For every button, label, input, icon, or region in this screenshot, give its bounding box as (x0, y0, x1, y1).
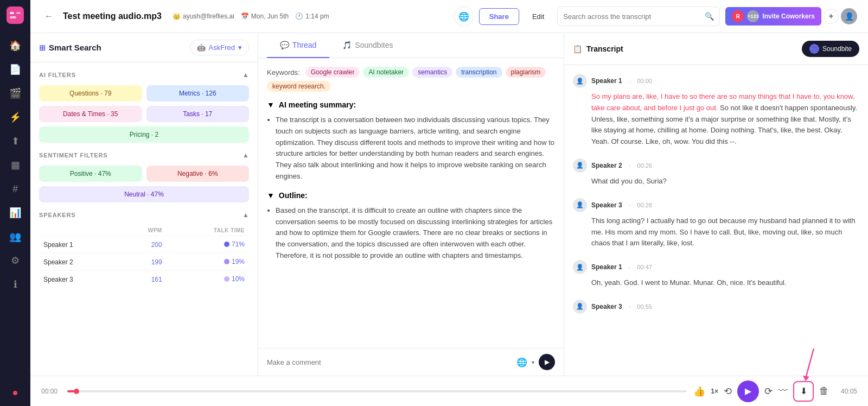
sentiment-filters-chevron[interactable]: ▲ (242, 151, 249, 159)
nav-dot (13, 391, 17, 395)
comment-globe-icon[interactable]: 🌐 (516, 357, 527, 367)
transcript-text-1: So my plans are, like, I have to so ther… (573, 91, 859, 148)
speed-button[interactable]: 1× (711, 388, 718, 395)
speaker1-wpm: 200 (119, 236, 166, 253)
back-button[interactable]: ← (41, 9, 56, 24)
total-time-label: 40:05 (835, 388, 857, 395)
soundbites-icon: 🎵 (342, 41, 352, 49)
filter-questions[interactable]: Questions · 79 (39, 85, 142, 101)
crown-icon: 👑 (173, 12, 181, 20)
nav-video[interactable]: 🎬 (4, 83, 26, 104)
header: ← Test meeting audio.mp3 👑 ayush@firefli… (30, 0, 868, 33)
thread-icon: 💬 (280, 41, 289, 49)
progress-bar[interactable] (67, 390, 687, 392)
share-button[interactable]: Share (479, 8, 519, 25)
tab-bar: 💬 Thread 🎵 Soundbites (258, 33, 564, 58)
comment-input[interactable] (267, 358, 512, 366)
filter-metrics[interactable]: Metrics · 126 (146, 85, 250, 101)
nav-hashtag[interactable]: # (4, 178, 26, 200)
rewind-button[interactable]: ⟲ (724, 385, 732, 397)
play-button[interactable]: ▶ (737, 380, 759, 402)
app-logo[interactable] (7, 7, 24, 24)
thumbs-up-button[interactable]: 👍 (693, 385, 705, 397)
ai-summary-title: AI meeting summary: (279, 100, 356, 109)
nav-lightning[interactable]: ⚡ (4, 106, 26, 128)
tab-thread[interactable]: 💬 Thread (267, 33, 329, 58)
keywords-label: Keywords: (267, 68, 300, 77)
comment-actions: 🌐 ▾ ▶ (516, 354, 555, 370)
transcript-text-3: This long acting? I actually had to go o… (573, 215, 859, 249)
ai-filters-chevron[interactable]: ▲ (242, 71, 249, 79)
speaker2-wpm: 199 (119, 253, 166, 271)
speakers-section: SPEAKERS ▲ WPM TALK TIME (39, 211, 249, 288)
filter-tasks[interactable]: Tasks · 17 (146, 106, 250, 122)
thread-body: Keywords: Google crawler AI notetaker se… (258, 58, 564, 348)
filter-dates-times[interactable]: Dates & Times · 35 (39, 106, 142, 122)
ai-filters-title: AI FILTERS (39, 72, 76, 78)
svg-rect-0 (7, 7, 24, 24)
outline-chevron: ▼ (267, 191, 275, 200)
send-comment-button[interactable]: ▶ (539, 354, 555, 370)
table-row: Speaker 2 199 19% (39, 253, 249, 271)
globe-button[interactable]: 🌐 (454, 7, 474, 26)
transcript-search-bar[interactable]: 🔍 (557, 7, 720, 26)
speaker1b-timestamp: 00:47 (637, 264, 652, 270)
waveform-button[interactable]: 〰 (778, 385, 788, 397)
keyword-transcription[interactable]: transcription (456, 67, 502, 78)
outline-header[interactable]: ▼ Outline: (267, 191, 555, 200)
filter-positive[interactable]: Positive · 47% (39, 166, 142, 182)
nav-people[interactable]: 👥 (4, 226, 26, 248)
speaker3-talktime: 10% (167, 271, 249, 288)
ai-summary-header[interactable]: ▼ AI meeting summary: (267, 100, 555, 109)
nav-info[interactable]: ℹ (4, 274, 26, 295)
nav-chart[interactable]: 📊 (4, 202, 26, 224)
header-right: 🌐 Share Edit 🔍 R +123 Invite Coworkers +… (454, 7, 857, 26)
nav-upload[interactable]: ⬆ (4, 130, 26, 152)
speaker1-name: Speaker 1 (39, 236, 119, 253)
nav-home[interactable]: 🏠 (4, 35, 26, 56)
user-avatar: 👤 (841, 8, 857, 24)
speaker-row: 👤 Speaker 3 · 00:28 (573, 198, 859, 212)
edit-button[interactable]: Edit (525, 9, 552, 24)
avatar-r: R (732, 10, 744, 22)
filter-negative[interactable]: Negative · 6% (146, 166, 250, 182)
right-panel: 📋 Transcript 🎵 Soundbite 👤 Speaker 1 · 0… (564, 33, 868, 376)
soundbite-button[interactable]: 🎵 Soundbite (802, 41, 859, 57)
svg-rect-2 (10, 16, 16, 18)
left-panel: ⊞ Smart Search 🤖 AskFred ▾ AI FILTERS ▲ … (30, 33, 258, 376)
invite-coworkers-button[interactable]: R +123 Invite Coworkers (725, 7, 821, 26)
keyword-semantics[interactable]: semantics (412, 67, 452, 78)
talk-dot (224, 276, 229, 282)
keyword-ai-notetaker[interactable]: AI notetaker (363, 67, 409, 78)
nav-notes[interactable]: 📄 (4, 59, 26, 80)
askfred-button[interactable]: 🤖 AskFred ▾ (190, 40, 249, 55)
player-bar: 00:00 👍 1× ⟲ ▶ ⟳ 〰 ⬇ (30, 376, 868, 406)
download-button[interactable]: ⬇ (793, 381, 814, 402)
delete-button[interactable]: 🗑 (819, 385, 829, 397)
smart-search-label: ⊞ Smart Search (39, 43, 101, 52)
ai-summary-section: ▼ AI meeting summary: The transcript is … (267, 100, 555, 182)
nav-grid[interactable]: ▦ (4, 154, 26, 176)
forward-button[interactable]: ⟳ (764, 385, 773, 397)
ai-summary-content: The transcript is a conversation between… (267, 115, 555, 182)
filter-neutral[interactable]: Neutral · 47% (39, 186, 249, 202)
calendar-icon: 📅 (241, 12, 249, 20)
nav-settings[interactable]: ⚙ (4, 250, 26, 271)
keywords-row: Keywords: Google crawler AI notetaker se… (267, 67, 555, 92)
sentiment-filters-title: SENTIMENT FILTERS (39, 152, 108, 158)
tab-soundbites[interactable]: 🎵 Soundbites (329, 33, 406, 58)
filter-pricing[interactable]: Pricing · 2 (39, 126, 249, 143)
svg-rect-1 (10, 12, 14, 14)
avatar-group: R +123 Invite Coworkers + 👤 (725, 7, 857, 26)
download-container: ⬇ (793, 381, 814, 402)
comment-dropdown-arrow[interactable]: ▾ (532, 359, 534, 365)
add-member-button[interactable]: + (824, 9, 839, 24)
transcript-search-input[interactable] (563, 12, 701, 21)
keyword-keyword-research[interactable]: keyword research. (267, 81, 331, 92)
speakers-col-wpm: WPM (119, 225, 166, 236)
keyword-plagiarism[interactable]: plagiarism (506, 67, 546, 78)
player-controls: 👍 1× ⟲ ▶ ⟳ 〰 ⬇ 🗑 (693, 380, 829, 402)
speakers-chevron[interactable]: ▲ (242, 211, 249, 219)
keyword-google-crawler[interactable]: Google crawler (305, 67, 360, 78)
transcript-entry: 👤 Speaker 1 · 00:00 So my plans are, lik… (573, 74, 859, 148)
